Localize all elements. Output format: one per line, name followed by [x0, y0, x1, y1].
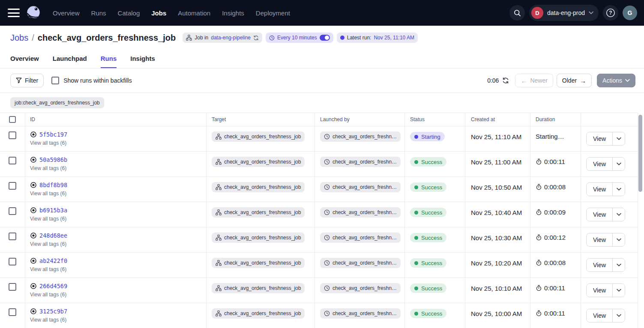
target-tag[interactable]: check_avg_orders_freshness_job [212, 233, 305, 243]
run-actions-dropdown-button[interactable] [612, 132, 625, 145]
tab-overview[interactable]: Overview [10, 55, 39, 68]
run-id-link[interactable]: 3125c9b7 [39, 308, 67, 315]
view-run-button[interactable]: View [587, 183, 612, 196]
view-run-button[interactable]: View [587, 309, 612, 322]
target-tag[interactable]: check_avg_orders_freshness_job [212, 308, 305, 319]
tab-launchpad[interactable]: Launchpad [53, 55, 87, 68]
table-row: 50a5986b View all tags (6) check_avg_ord… [0, 152, 638, 177]
view-run-button[interactable]: View [587, 208, 612, 221]
toolbar-right: 0:06 ← Newer Older → Actions [487, 74, 635, 87]
launched-by-tag[interactable]: check_avg_orders_freshn… [320, 233, 401, 243]
launched-by-tag[interactable]: check_avg_orders_freshn… [320, 308, 401, 319]
run-actions-dropdown-button[interactable] [612, 309, 625, 322]
duration-value: 0:00:11 [544, 284, 565, 292]
schedule-toggle[interactable] [320, 35, 330, 41]
nav-item-jobs[interactable]: Jobs [151, 9, 166, 17]
target-tag[interactable]: check_avg_orders_freshness_job [212, 131, 305, 142]
view-run-button[interactable]: View [587, 132, 612, 145]
row-checkbox[interactable] [9, 131, 16, 139]
help-button[interactable]: ? [603, 5, 618, 21]
view-all-tags-link[interactable]: View all tags (6) [30, 216, 206, 222]
run-id-link[interactable]: ab2422f0 [39, 257, 67, 264]
hamburger-menu-icon[interactable] [8, 9, 20, 17]
pipeline-link[interactable]: data-eng-pipeline [211, 35, 251, 41]
run-status-target-icon [30, 156, 37, 163]
run-id-link[interactable]: 248d68ee [39, 232, 67, 239]
latest-run-link[interactable]: Nov 25, 11:10 AM [374, 35, 414, 41]
launched-by-tag[interactable]: check_avg_orders_freshn… [320, 207, 401, 218]
user-avatar[interactable]: G [623, 6, 637, 20]
nav-item-deployment[interactable]: Deployment [256, 9, 290, 17]
view-run-button[interactable]: View [587, 233, 612, 246]
nav-item-overview[interactable]: Overview [53, 9, 80, 17]
run-id-link[interactable]: 266d4569 [39, 283, 67, 289]
launched-by-tag[interactable]: check_avg_orders_freshn… [320, 258, 401, 268]
dagster-logo-icon[interactable] [25, 5, 42, 21]
reload-icon[interactable] [253, 35, 259, 41]
arrow-left-icon: ← [521, 78, 527, 84]
row-checkbox[interactable] [9, 157, 16, 164]
target-tag[interactable]: check_avg_orders_freshness_job [212, 157, 305, 167]
tab-runs[interactable]: Runs [101, 55, 117, 68]
backfills-checkbox[interactable] [51, 77, 59, 84]
older-button[interactable]: Older → [557, 74, 592, 87]
launched-by-tag[interactable]: check_avg_orders_freshn… [320, 157, 401, 167]
launched-by-tag[interactable]: check_avg_orders_freshn… [320, 182, 401, 192]
refresh-button[interactable] [502, 77, 509, 84]
target-tag[interactable]: check_avg_orders_freshness_job [212, 283, 305, 293]
actions-button[interactable]: Actions [597, 74, 635, 87]
row-checkbox[interactable] [9, 283, 16, 291]
newer-button[interactable]: ← Newer [515, 74, 553, 87]
workspace-switcher[interactable]: D data-eng-prod [529, 5, 599, 21]
table-scrollbar-thumb[interactable] [638, 115, 642, 192]
view-run-button[interactable]: View [587, 284, 612, 297]
run-id-link[interactable]: b6915b3a [39, 207, 67, 214]
launched-by-tag[interactable]: check_avg_orders_freshn… [320, 131, 401, 142]
help-icon: ? [606, 8, 615, 18]
status-badge: Success [410, 258, 446, 268]
nav-item-catalog[interactable]: Catalog [118, 9, 140, 17]
table-row: 8bdf8b98 View all tags (6) check_avg_ord… [0, 177, 638, 202]
status-badge: Success [410, 283, 446, 293]
row-checkbox[interactable] [9, 207, 16, 215]
view-all-tags-link[interactable]: View all tags (6) [30, 241, 206, 247]
search-button[interactable] [509, 5, 525, 21]
run-id-link[interactable]: 50a5986b [39, 156, 67, 163]
target-tag[interactable]: check_avg_orders_freshness_job [212, 182, 305, 192]
clock-icon [324, 310, 330, 316]
target-tag[interactable]: check_avg_orders_freshness_job [212, 207, 305, 218]
row-checkbox[interactable] [9, 182, 16, 190]
row-checkbox[interactable] [9, 258, 16, 265]
view-all-tags-link[interactable]: View all tags (6) [30, 266, 206, 272]
job-filter-tag[interactable]: job:check_avg_orders_freshness_job [10, 97, 104, 108]
run-actions-dropdown-button[interactable] [612, 259, 625, 271]
nav-item-automation[interactable]: Automation [178, 9, 210, 17]
run-actions-dropdown-button[interactable] [612, 284, 625, 297]
breadcrumb-jobs-link[interactable]: Jobs [10, 33, 28, 43]
run-actions-dropdown-button[interactable] [612, 233, 625, 246]
clock-icon [324, 184, 330, 190]
select-all-checkbox[interactable] [9, 116, 16, 123]
run-actions-dropdown-button[interactable] [612, 208, 625, 221]
run-actions-dropdown-button[interactable] [612, 183, 625, 196]
launched-by-tag[interactable]: check_avg_orders_freshn… [320, 283, 401, 293]
row-checkbox[interactable] [9, 308, 16, 316]
run-id-link[interactable]: 8bdf8b98 [39, 182, 67, 188]
backfills-label: Show runs within backfills [63, 77, 132, 84]
view-run-button[interactable]: View [587, 259, 612, 271]
view-all-tags-link[interactable]: View all tags (6) [30, 292, 206, 298]
nav-item-insights[interactable]: Insights [222, 9, 244, 17]
row-checkbox[interactable] [9, 233, 16, 240]
filter-button[interactable]: Filter [10, 74, 44, 87]
view-all-tags-link[interactable]: View all tags (6) [30, 140, 206, 146]
run-actions-dropdown-button[interactable] [612, 158, 625, 170]
view-all-tags-link[interactable]: View all tags (6) [30, 165, 206, 171]
target-tag[interactable]: check_avg_orders_freshness_job [212, 258, 305, 268]
view-run-button[interactable]: View [587, 158, 612, 170]
view-all-tags-link[interactable]: View all tags (6) [30, 191, 206, 197]
tab-insights[interactable]: Insights [130, 55, 155, 68]
run-id-link[interactable]: 5f5bc197 [39, 131, 67, 138]
job-icon [216, 159, 222, 165]
nav-item-runs[interactable]: Runs [91, 9, 106, 17]
view-all-tags-link[interactable]: View all tags (6) [30, 317, 206, 323]
